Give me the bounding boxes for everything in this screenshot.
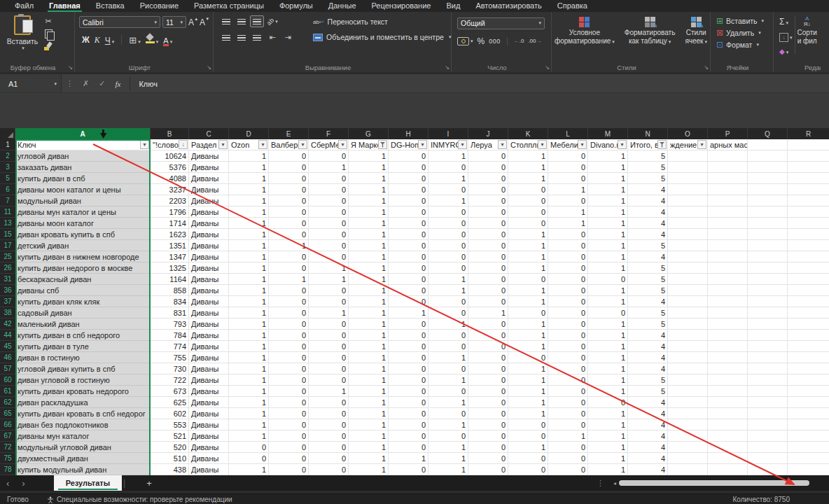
cell-K62[interactable]: 1 bbox=[508, 397, 548, 408]
cell-A75[interactable]: двухместный диван bbox=[15, 453, 151, 464]
cell-O65[interactable] bbox=[668, 408, 708, 419]
row-header-44[interactable]: 44 bbox=[0, 330, 15, 341]
cell-E15[interactable]: 0 bbox=[269, 229, 309, 240]
cell-C75[interactable]: Диваны bbox=[189, 453, 229, 464]
cell-L57[interactable]: 0 bbox=[548, 363, 588, 374]
header-cell-I[interactable]: INMYRC▾ bbox=[429, 139, 468, 150]
cell-Q31[interactable] bbox=[748, 274, 788, 285]
cell-C66[interactable]: Диваны bbox=[189, 419, 229, 430]
font-size-select[interactable]: 11▾ bbox=[162, 16, 186, 28]
cell-D62[interactable]: 1 bbox=[229, 397, 269, 408]
cell-M26[interactable]: 1 bbox=[588, 262, 628, 274]
cell-H78[interactable]: 0 bbox=[389, 464, 429, 475]
menu-tab-Справка[interactable]: Справка bbox=[550, 0, 595, 12]
cell-P36[interactable] bbox=[708, 285, 748, 296]
cell-D26[interactable]: 1 bbox=[229, 262, 269, 274]
cell-D72[interactable]: 0 bbox=[229, 442, 269, 453]
cell-G45[interactable]: 1 bbox=[349, 341, 389, 352]
cell-D38[interactable]: 1 bbox=[229, 307, 269, 318]
filter-dropdown-icon[interactable]: ▾ bbox=[538, 140, 547, 149]
delete-cells-button[interactable]: ⊠ Удалить ▾ bbox=[711, 27, 773, 38]
cell-D60[interactable]: 1 bbox=[229, 374, 269, 386]
cell-M11[interactable]: 1 bbox=[588, 206, 628, 218]
cell-M38[interactable]: 0 bbox=[588, 307, 628, 318]
cell-I31[interactable]: 1 bbox=[429, 274, 468, 285]
cell-O13[interactable] bbox=[668, 218, 708, 229]
cell-R3[interactable] bbox=[788, 162, 829, 173]
cell-J67[interactable]: 0 bbox=[468, 430, 508, 442]
row-header-61[interactable]: 61 bbox=[0, 386, 15, 397]
cell-G75[interactable]: 1 bbox=[349, 453, 389, 464]
menu-tab-Главная[interactable]: Главная bbox=[41, 0, 88, 12]
cell-J72[interactable]: 0 bbox=[468, 442, 508, 453]
cell-D45[interactable]: 1 bbox=[229, 341, 269, 352]
header-cell-A[interactable]: Ключ▾ bbox=[15, 139, 151, 150]
cell-P5[interactable] bbox=[708, 173, 748, 184]
cell-A11[interactable]: диваны мун каталог и цены bbox=[15, 206, 151, 218]
cell-C7[interactable]: Диваны bbox=[189, 195, 229, 206]
cell-M72[interactable]: 1 bbox=[588, 442, 628, 453]
row-header-15[interactable]: 15 bbox=[0, 229, 15, 240]
cell-H75[interactable]: 1 bbox=[389, 453, 429, 464]
cell-J31[interactable]: 0 bbox=[468, 274, 508, 285]
cell-R44[interactable] bbox=[788, 330, 829, 341]
cell-F57[interactable]: 0 bbox=[309, 363, 349, 374]
cell-I62[interactable]: 1 bbox=[429, 397, 468, 408]
cell-F26[interactable]: 1 bbox=[309, 262, 349, 274]
cell-N66[interactable]: 4 bbox=[628, 419, 668, 430]
cell-A26[interactable]: купить диван недорого в москве bbox=[15, 262, 151, 274]
filter-applied-icon[interactable] bbox=[378, 140, 387, 149]
row-header-5[interactable]: 5 bbox=[0, 173, 15, 184]
cell-N7[interactable]: 4 bbox=[628, 195, 668, 206]
cell-M13[interactable]: 1 bbox=[588, 218, 628, 229]
header-cell-C[interactable]: Раздел▾ bbox=[189, 139, 229, 150]
cell-R6[interactable] bbox=[788, 184, 829, 195]
format-cells-button[interactable]: ⊡ Формат ▾ bbox=[711, 38, 773, 50]
cell-N38[interactable]: 5 bbox=[628, 307, 668, 318]
cell-I42[interactable]: 1 bbox=[429, 318, 468, 330]
cell-I5[interactable]: 1 bbox=[429, 173, 468, 184]
cell-M45[interactable]: 1 bbox=[588, 341, 628, 352]
col-header-D[interactable]: D bbox=[229, 128, 269, 139]
cell-N44[interactable]: 4 bbox=[628, 330, 668, 341]
menu-tab-Рисование[interactable]: Рисование bbox=[132, 0, 186, 12]
cell-H6[interactable]: 0 bbox=[389, 184, 429, 195]
cell-F37[interactable]: 0 bbox=[309, 296, 349, 307]
filter-dropdown-icon[interactable]: ▾ bbox=[218, 140, 228, 149]
header-cell-H[interactable]: DG-Hom▾ bbox=[389, 139, 429, 150]
cell-B7[interactable]: 2203 bbox=[151, 195, 189, 206]
filter-dropdown-icon[interactable]: ▾ bbox=[618, 140, 627, 149]
cell-Q66[interactable] bbox=[748, 419, 788, 430]
cell-D42[interactable]: 1 bbox=[229, 318, 269, 330]
cell-D67[interactable]: 1 bbox=[229, 430, 269, 442]
col-header-H[interactable]: H bbox=[389, 128, 429, 139]
scrollbar-options-icon[interactable]: ⋮ bbox=[590, 479, 611, 488]
cell-Q46[interactable] bbox=[748, 352, 788, 363]
cell-Q5[interactable] bbox=[748, 173, 788, 184]
cell-D31[interactable]: 1 bbox=[229, 274, 269, 285]
horizontal-scrollbar[interactable] bbox=[619, 475, 823, 491]
cell-I75[interactable]: 1 bbox=[429, 453, 468, 464]
cell-K25[interactable]: 1 bbox=[508, 251, 548, 262]
add-sheet-button[interactable]: + bbox=[141, 478, 158, 489]
cell-M78[interactable]: 1 bbox=[588, 464, 628, 475]
cell-Q15[interactable] bbox=[748, 229, 788, 240]
cell-I67[interactable]: 0 bbox=[429, 430, 468, 442]
cell-P38[interactable] bbox=[708, 307, 748, 318]
cell-M15[interactable]: 1 bbox=[588, 229, 628, 240]
cell-M3[interactable]: 1 bbox=[588, 162, 628, 173]
cell-D13[interactable]: 1 bbox=[229, 218, 269, 229]
header-cell-N[interactable]: Итого, в bbox=[628, 139, 668, 150]
cell-B17[interactable]: 1351 bbox=[151, 240, 189, 251]
cell-L38[interactable]: 0 bbox=[548, 307, 588, 318]
cell-B62[interactable]: 625 bbox=[151, 397, 189, 408]
cell-M7[interactable]: 1 bbox=[588, 195, 628, 206]
cell-F25[interactable]: 0 bbox=[309, 251, 349, 262]
align-middle-button[interactable] bbox=[235, 15, 249, 27]
cell-P25[interactable] bbox=[708, 251, 748, 262]
cell-K2[interactable]: 1 bbox=[508, 150, 548, 162]
cell-A78[interactable]: купить модульный диван bbox=[15, 464, 151, 475]
sheet-tab-results[interactable]: Результаты bbox=[54, 475, 122, 491]
cell-G44[interactable]: 1 bbox=[349, 330, 389, 341]
cell-K72[interactable]: 1 bbox=[508, 442, 548, 453]
